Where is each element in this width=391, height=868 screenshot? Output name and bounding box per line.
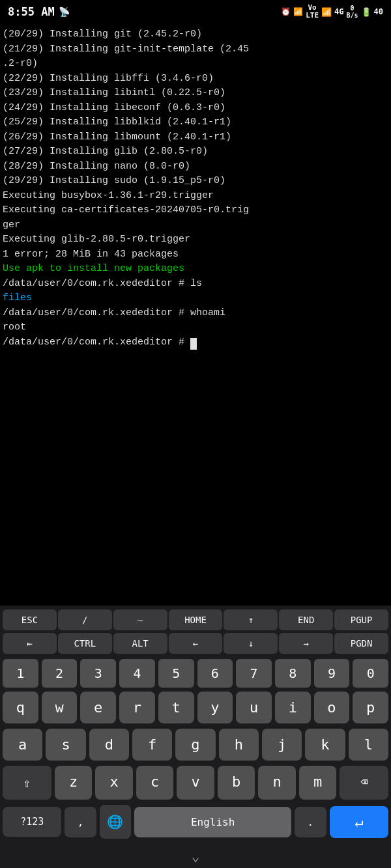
- key-t[interactable]: t: [158, 692, 194, 723]
- battery-level: 40: [374, 7, 383, 16]
- collapse-keyboard-icon[interactable]: ⌄: [191, 848, 199, 864]
- num-key-6[interactable]: 6: [197, 659, 233, 688]
- key-m[interactable]: m: [299, 766, 337, 800]
- fn-key[interactable]: ↓: [224, 633, 278, 654]
- terminal-cursor: [190, 338, 197, 350]
- terminal-line: files: [3, 291, 388, 306]
- terminal-line: (25/29) Installing libblkid (2.40.1-r1): [3, 115, 388, 130]
- fn-key[interactable]: →: [279, 633, 333, 654]
- terminal-output: (20/29) Installing git (2.45.2-r0)(21/29…: [0, 22, 391, 606]
- key-s[interactable]: s: [46, 729, 85, 761]
- key-v[interactable]: v: [177, 766, 214, 800]
- status-bar: 8:55 AM 📡 ⏰ 📶 VoLTE 📶 4G 0B/s 🔋 40: [0, 0, 391, 22]
- terminal-line: Use apk to install new packages: [3, 262, 388, 277]
- key-r[interactable]: r: [119, 692, 155, 723]
- terminal-line: root: [3, 320, 388, 335]
- key-u[interactable]: u: [236, 692, 272, 723]
- enter-key[interactable]: ↵: [330, 806, 388, 838]
- key-i[interactable]: i: [275, 692, 311, 723]
- data-speed: 0B/s: [346, 5, 358, 19]
- key-c[interactable]: c: [136, 766, 174, 800]
- fn-key[interactable]: —: [113, 609, 167, 630]
- network-indicator-icon: 📡: [59, 7, 70, 17]
- fn-key[interactable]: ←: [169, 633, 223, 654]
- key-y[interactable]: y: [197, 692, 233, 723]
- volte-label: VoLTE: [306, 4, 319, 20]
- key-j[interactable]: j: [262, 729, 302, 761]
- num-key-9[interactable]: 9: [314, 659, 350, 688]
- key-f[interactable]: f: [132, 729, 172, 761]
- globe-key[interactable]: 🌐: [100, 805, 131, 839]
- terminal-line: (29/29) Installing sudo (1.9.15_p5-r0): [3, 174, 388, 189]
- key-l[interactable]: l: [349, 729, 388, 761]
- shift-key[interactable]: ⇧: [3, 766, 51, 800]
- key-h[interactable]: h: [219, 729, 259, 761]
- signal-icon: 📶: [321, 7, 332, 17]
- terminal-line: /data/user/0/com.rk.xededitor # ls: [3, 277, 388, 292]
- bottom-bar: ⌄: [0, 844, 391, 868]
- terminal-line: Executing glib-2.80.5-r0.trigger: [3, 232, 388, 247]
- fn-row-1: ESC/—HOME↑ENDPGUP: [0, 606, 391, 632]
- keyboard-area: ESC/—HOME↑ENDPGUP ⇤CTRLALT←↓→PGDN 123456…: [0, 606, 391, 844]
- num-key-4[interactable]: 4: [119, 659, 155, 688]
- num-key-5[interactable]: 5: [158, 659, 194, 688]
- fn-row-2: ⇤CTRLALT←↓→PGDN: [0, 632, 391, 655]
- fn-key[interactable]: ↑: [224, 609, 278, 630]
- terminal-line: (22/29) Installing libffi (3.4.6-r0): [3, 72, 388, 87]
- key-p[interactable]: p: [353, 692, 388, 723]
- period-key[interactable]: .: [295, 807, 326, 837]
- key-a[interactable]: a: [3, 729, 42, 761]
- key-k[interactable]: k: [305, 729, 345, 761]
- num-key-3[interactable]: 3: [80, 659, 116, 688]
- fn-key[interactable]: PGUP: [334, 609, 388, 630]
- terminal-line: (20/29) Installing git (2.45.2-r0): [3, 27, 388, 42]
- key-123[interactable]: ?123: [3, 807, 61, 837]
- key-z[interactable]: z: [55, 766, 93, 800]
- num-key-2[interactable]: 2: [42, 659, 78, 688]
- backspace-key[interactable]: ⌫: [340, 766, 388, 800]
- num-key-7[interactable]: 7: [236, 659, 272, 688]
- time-display: 8:55 AM: [8, 5, 55, 18]
- num-key-0[interactable]: 0: [353, 659, 388, 688]
- terminal-line: (28/29) Installing nano (8.0-r0): [3, 160, 388, 175]
- terminal-line: /data/user/0/com.rk.xededitor #: [3, 335, 388, 350]
- num-key-1[interactable]: 1: [3, 659, 38, 688]
- terminal-line: /data/user/0/com.rk.xededitor # whoami: [3, 306, 388, 321]
- key-w[interactable]: w: [42, 692, 78, 723]
- key-n[interactable]: n: [258, 766, 296, 800]
- fn-key[interactable]: CTRL: [58, 633, 112, 654]
- key-x[interactable]: x: [95, 766, 133, 800]
- letter-row-1: qwertyuiop: [0, 689, 391, 726]
- 4g-label: 4G: [334, 7, 343, 16]
- num-key-8[interactable]: 8: [275, 659, 311, 688]
- key-b[interactable]: b: [218, 766, 255, 800]
- terminal-line: (23/29) Installing libintl (0.22.5-r0): [3, 86, 388, 101]
- key-q[interactable]: q: [3, 692, 38, 723]
- alarm-icon: ⏰: [281, 7, 291, 16]
- number-row: 1234567890: [0, 655, 391, 689]
- terminal-line: Executing ca-certificates-20240705-r0.tr…: [3, 203, 388, 232]
- fn-key[interactable]: PGDN: [334, 633, 388, 654]
- bottom-row: ?123,🌐English.↵: [0, 802, 391, 844]
- terminal-line: (21/29) Installing git-init-template (2.…: [3, 42, 388, 72]
- comma-key[interactable]: ,: [65, 807, 96, 837]
- fn-key[interactable]: ESC: [3, 609, 57, 630]
- fn-key[interactable]: ⇤: [3, 633, 57, 654]
- key-g[interactable]: g: [175, 729, 215, 761]
- terminal-line: Executing busybox-1.36.1-r29.trigger: [3, 189, 388, 204]
- fn-key[interactable]: /: [58, 609, 112, 630]
- battery-icon: 🔋: [361, 7, 371, 17]
- key-e[interactable]: e: [80, 692, 116, 723]
- terminal-line: (26/29) Installing libmount (2.40.1-r1): [3, 130, 388, 145]
- letter-row-2: asdfghjkl: [0, 726, 391, 763]
- key-d[interactable]: d: [89, 729, 129, 761]
- wifi-icon: 📶: [293, 7, 303, 16]
- fn-key[interactable]: END: [279, 609, 333, 630]
- terminal-line: (27/29) Installing glib (2.80.5-r0): [3, 145, 388, 160]
- fn-key[interactable]: HOME: [169, 609, 223, 630]
- key-o[interactable]: o: [314, 692, 350, 723]
- terminal-line: (24/29) Installing libeconf (0.6.3-r0): [3, 101, 388, 116]
- fn-key[interactable]: ALT: [113, 633, 167, 654]
- terminal-line: 1 error; 28 MiB in 43 packages: [3, 247, 388, 262]
- space-key[interactable]: English: [134, 807, 291, 837]
